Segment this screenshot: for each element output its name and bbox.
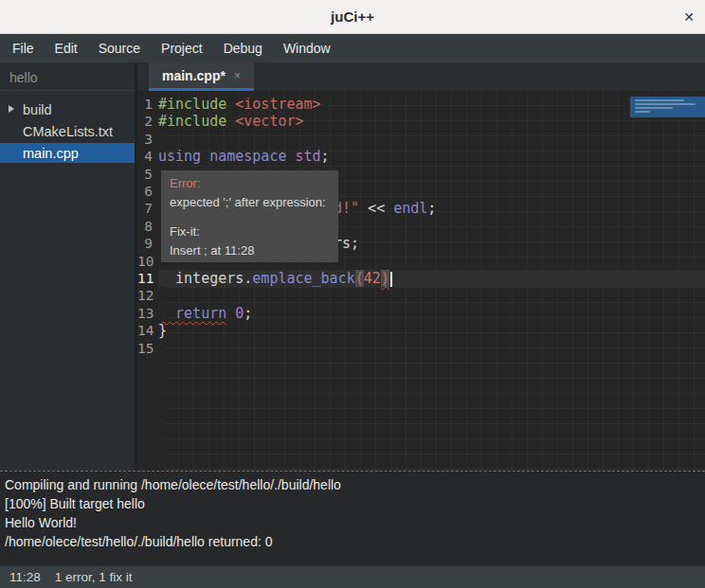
app-window: juCi++ ✕ FileEditSourceProjectDebugWindo… <box>0 0 705 588</box>
output-line: [100%] Built target hello <box>5 494 700 513</box>
window-title: juCi++ <box>331 9 374 25</box>
tabbar: main.cpp* × <box>137 62 705 91</box>
code-token <box>286 148 295 165</box>
code-token: <vector> <box>235 113 303 130</box>
line-number: 10 <box>137 253 158 270</box>
code-text: #include <iostream> <box>158 96 705 113</box>
output-line: Compiling and running /home/olece/test/h… <box>5 475 700 494</box>
line-number: 12 <box>137 287 158 304</box>
code-line-4[interactable]: 4using namespace std; <box>137 148 705 165</box>
overview-line <box>635 103 696 105</box>
tooltip-fixit-label: Fix-it: <box>170 223 330 241</box>
tree-item-main-cpp[interactable]: main.cpp <box>0 143 135 163</box>
window-close-icon[interactable]: ✕ <box>683 10 695 24</box>
tooltip-spacer <box>170 212 330 223</box>
code-token <box>201 148 209 165</box>
code-line-15[interactable]: 15 <box>137 340 705 357</box>
overview-line <box>635 107 673 109</box>
code-token: std <box>296 148 321 165</box>
code-text: using namespace std; <box>158 148 705 165</box>
code-editor[interactable]: 1#include <iostream>2#include <vector>34… <box>137 91 705 471</box>
tab-label: main.cpp* <box>162 68 226 83</box>
code-line-12[interactable]: 12 <box>137 287 705 304</box>
code-text <box>158 340 705 357</box>
menubar: FileEditSourceProjectDebugWindow <box>0 34 705 62</box>
code-token: ; <box>244 305 252 322</box>
code-line-13[interactable]: 13 return 0; <box>137 305 705 322</box>
line-number: 11 <box>137 270 158 287</box>
document-overview[interactable] <box>630 97 705 117</box>
code-line-11[interactable]: 11 integers.emplace_back(42) <box>137 270 705 287</box>
code-token: endl <box>393 200 427 217</box>
menu-debug[interactable]: Debug <box>213 34 273 62</box>
code-line-3[interactable]: 3 <box>137 131 705 148</box>
tree-item-label: build <box>23 102 52 117</box>
output-line: Hello World! <box>5 513 700 532</box>
text-cursor <box>390 272 392 287</box>
menu-file[interactable]: File <box>2 34 45 62</box>
line-number: 3 <box>137 131 158 148</box>
code-token: integers. <box>158 270 252 287</box>
code-token: ) <box>381 270 389 287</box>
code-token: #include <box>158 96 235 113</box>
code-token: 0 <box>235 305 244 322</box>
code-text: } <box>158 322 705 339</box>
build-output-panel[interactable]: Compiling and running /home/olece/test/h… <box>0 471 705 566</box>
line-number: 4 <box>137 148 158 165</box>
pane-resize-handle[interactable] <box>234 471 253 472</box>
tooltip-error-text: expected ';' after expression: <box>170 193 330 212</box>
overview-line <box>635 99 684 101</box>
code-text <box>158 287 705 304</box>
code-token: using <box>158 148 201 165</box>
overview-line <box>635 111 650 113</box>
statusbar: 11:28 1 error, 1 fix it <box>0 566 705 588</box>
code-token: return <box>158 305 226 322</box>
line-number: 1 <box>137 96 158 113</box>
file-tree-sidebar: hello buildCMakeLists.txtmain.cpp <box>0 62 137 471</box>
line-number: 7 <box>137 200 158 217</box>
line-number: 15 <box>137 340 158 357</box>
code-text <box>158 131 705 148</box>
code-line-2[interactable]: 2#include <vector> <box>137 113 705 130</box>
code-token: } <box>158 322 167 339</box>
menu-window[interactable]: Window <box>273 34 341 62</box>
code-token <box>226 305 235 322</box>
tree-item-label: CMakeLists.txt <box>23 124 113 139</box>
code-token: #include <box>158 113 235 130</box>
code-token: <iostream> <box>235 96 320 113</box>
project-name-label: hello <box>0 62 135 91</box>
code-token: 42 <box>364 270 381 287</box>
file-tree: buildCMakeLists.txtmain.cpp <box>0 91 135 165</box>
line-number: 5 <box>137 166 158 183</box>
tooltip-error-label: Error: <box>170 174 330 193</box>
code-token: << <box>359 200 393 217</box>
line-number: 13 <box>137 305 158 322</box>
line-number: 2 <box>137 113 158 130</box>
tree-item-cmakelists-txt[interactable]: CMakeLists.txt <box>0 121 135 141</box>
line-number: 6 <box>137 183 158 200</box>
code-text: integers.emplace_back(42) <box>158 270 705 287</box>
window-body: hello buildCMakeLists.txtmain.cpp main.c… <box>0 62 705 471</box>
tab-main-cpp[interactable]: main.cpp* × <box>149 62 254 91</box>
menu-edit[interactable]: Edit <box>45 34 88 62</box>
code-token: ; <box>427 200 436 217</box>
code-token: ; <box>321 148 330 165</box>
menu-source[interactable]: Source <box>88 34 151 62</box>
editor-pane: main.cpp* × 1#include <iostream>2#includ… <box>137 62 705 471</box>
expander-icon[interactable] <box>9 105 14 113</box>
tree-item-build[interactable]: build <box>0 99 135 119</box>
titlebar[interactable]: juCi++ ✕ <box>0 0 705 34</box>
diagnostics-label: 1 error, 1 fix it <box>55 570 133 584</box>
line-number: 14 <box>137 322 158 339</box>
menu-project[interactable]: Project <box>151 34 213 62</box>
code-text: #include <vector> <box>158 113 705 130</box>
line-number: 8 <box>137 218 158 235</box>
diagnostic-tooltip: Error: expected ';' after expression: Fi… <box>161 170 338 262</box>
cursor-position-label: 11:28 <box>9 570 41 584</box>
line-number: 9 <box>137 235 158 252</box>
tree-item-label: main.cpp <box>23 146 79 161</box>
code-line-14[interactable]: 14} <box>137 322 705 339</box>
code-token: ( <box>355 270 364 287</box>
code-line-1[interactable]: 1#include <iostream> <box>137 96 705 113</box>
tab-close-icon[interactable]: × <box>234 70 241 81</box>
